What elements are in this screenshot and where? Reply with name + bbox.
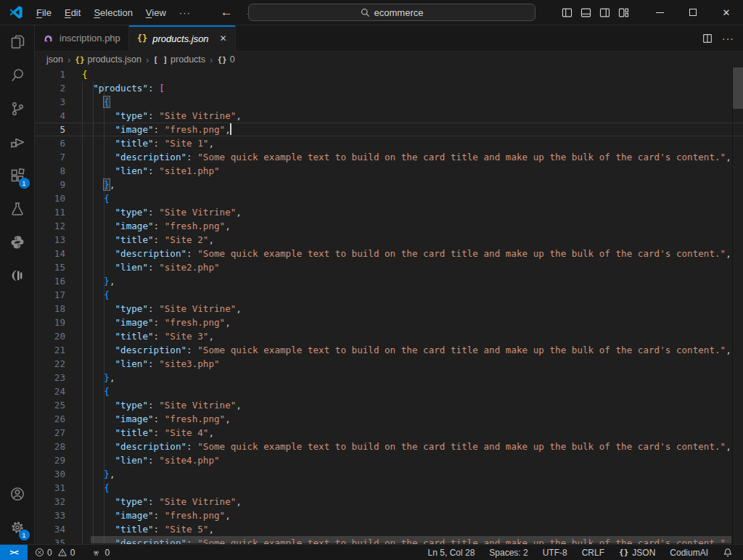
indentation-indicator[interactable]: Spaces: 2	[485, 545, 532, 560]
code-line[interactable]: 4 "type": "Site Vitrine",	[35, 109, 743, 123]
line-number[interactable]: 32	[35, 495, 65, 508]
menu-more-icon[interactable]: ···	[173, 4, 197, 21]
line-number[interactable]: 35	[35, 536, 65, 544]
tab-close-icon[interactable]: ✕	[220, 33, 227, 44]
explorer-icon[interactable]	[0, 25, 35, 59]
cursor-position-indicator[interactable]: Ln 5, Col 28	[424, 545, 480, 560]
settings-gear-icon[interactable]: 1	[0, 511, 35, 544]
code-line[interactable]: 30 },	[35, 467, 743, 481]
line-number[interactable]: 21	[35, 343, 65, 357]
code-editor[interactable]: 1{2 "products": [3 {4 "type": "Site Vitr…	[35, 67, 743, 544]
code-line[interactable]: 19 "image": "fresh.png",	[35, 316, 743, 329]
code-line[interactable]: 6 "title": "Site 1",	[35, 136, 743, 150]
code-line[interactable]: 32 "type": "Site Vitrine",	[35, 495, 743, 508]
line-number[interactable]: 28	[35, 440, 65, 453]
maximize-button[interactable]	[676, 0, 710, 25]
line-number[interactable]: 17	[35, 288, 65, 302]
code-line[interactable]: 25 "type": "Site Vitrine",	[35, 398, 743, 412]
code-line[interactable]: 21 "description": "Some quick example te…	[35, 343, 743, 357]
code-line[interactable]: 17 {	[35, 288, 743, 302]
code-line[interactable]: 10 {	[35, 192, 743, 205]
toggle-secondary-sidebar-icon[interactable]	[599, 7, 611, 19]
code-line[interactable]: 26 "image": "fresh.png",	[35, 412, 743, 426]
code-line[interactable]: 31 {	[35, 481, 743, 495]
language-mode-indicator[interactable]: {} JSON	[615, 545, 660, 560]
code-line[interactable]: 9 },	[35, 178, 743, 192]
line-number[interactable]: 6	[35, 136, 65, 150]
line-number[interactable]: 14	[35, 247, 65, 260]
line-number[interactable]: 33	[35, 508, 65, 522]
python-icon[interactable]	[0, 226, 35, 259]
menu-view[interactable]: View	[139, 4, 173, 21]
menu-file[interactable]: File	[30, 4, 58, 21]
menu-edit[interactable]: Edit	[58, 4, 87, 21]
encoding-indicator[interactable]: UTF-8	[538, 545, 572, 560]
accounts-icon[interactable]	[0, 477, 35, 511]
line-number[interactable]: 7	[35, 150, 65, 164]
line-number[interactable]: 12	[35, 219, 65, 233]
code-line[interactable]: 8 "lien": "site1.php"	[35, 164, 743, 178]
split-editor-icon[interactable]	[702, 33, 713, 44]
line-number[interactable]: 13	[35, 233, 65, 247]
code-line[interactable]: 7 "description": "Some quick example tex…	[35, 150, 743, 164]
line-number[interactable]: 29	[35, 453, 65, 467]
code-line[interactable]: 27 "title": "Site 4",	[35, 426, 743, 440]
navigate-back-icon[interactable]: ←	[221, 5, 233, 20]
codium-status-item[interactable]: CodiumAI	[665, 545, 713, 560]
code-line[interactable]: 20 "title": "Site 3",	[35, 329, 743, 343]
notifications-bell-icon[interactable]	[718, 545, 737, 560]
problems-indicator[interactable]: 0 0	[30, 545, 79, 560]
ports-indicator[interactable]: 0	[86, 545, 114, 560]
breadcrumb-file[interactable]: {} products.json	[75, 54, 141, 65]
line-number[interactable]: 3	[35, 95, 65, 109]
code-line[interactable]: 18 "type": "Site Vitrine",	[35, 302, 743, 316]
line-number[interactable]: 27	[35, 426, 65, 440]
line-number[interactable]: 20	[35, 329, 65, 343]
code-line[interactable]: 15 "lien": "site2.php"	[35, 260, 743, 274]
eol-indicator[interactable]: CRLF	[578, 545, 609, 560]
line-number[interactable]: 8	[35, 164, 65, 178]
command-center-search[interactable]: ecommerce	[248, 4, 535, 21]
code-line[interactable]: 34 "title": "Site 5",	[35, 522, 743, 536]
line-number[interactable]: 5	[35, 123, 65, 136]
menu-selection[interactable]: Selection	[87, 4, 139, 21]
breadcrumb-symbol-0[interactable]: {} 0	[217, 54, 234, 65]
code-line[interactable]: 14 "description": "Some quick example te…	[35, 247, 743, 260]
code-line[interactable]: 12 "image": "fresh.png",	[35, 219, 743, 233]
line-number[interactable]: 9	[35, 178, 65, 192]
line-number[interactable]: 11	[35, 205, 65, 219]
line-number[interactable]: 22	[35, 357, 65, 371]
line-number[interactable]: 26	[35, 412, 65, 426]
line-number[interactable]: 23	[35, 371, 65, 384]
testing-icon[interactable]	[0, 192, 35, 226]
line-number[interactable]: 10	[35, 192, 65, 205]
code-line[interactable]: 5 "image": "fresh.png",	[35, 123, 743, 136]
line-number[interactable]: 30	[35, 467, 65, 481]
horizontal-scrollbar[interactable]	[91, 536, 731, 543]
extensions-icon[interactable]: 1	[0, 159, 35, 192]
line-number[interactable]: 25	[35, 398, 65, 412]
line-number[interactable]: 19	[35, 316, 65, 329]
line-number[interactable]: 18	[35, 302, 65, 316]
line-number[interactable]: 2	[35, 81, 65, 95]
codium-extension-icon[interactable]	[0, 259, 35, 292]
code-line[interactable]: 23 },	[35, 371, 743, 384]
source-control-icon[interactable]	[0, 92, 35, 125]
breadcrumb-folder[interactable]: json	[46, 54, 63, 65]
line-number[interactable]: 15	[35, 260, 65, 274]
code-line[interactable]: 22 "lien": "site3.php"	[35, 357, 743, 371]
code-line[interactable]: 29 "lien": "site4.php"	[35, 453, 743, 467]
search-sidebar-icon[interactable]	[0, 59, 35, 92]
more-actions-icon[interactable]: ···	[722, 33, 734, 44]
breadcrumb-symbol-products[interactable]: [ ] products	[153, 54, 205, 65]
vertical-scrollbar[interactable]	[733, 67, 743, 109]
toggle-primary-sidebar-icon[interactable]	[561, 7, 573, 19]
line-number[interactable]: 4	[35, 109, 65, 123]
toggle-panel-icon[interactable]	[580, 7, 592, 19]
code-line[interactable]: 16 },	[35, 274, 743, 288]
code-line[interactable]: 24 {	[35, 384, 743, 398]
code-line[interactable]: 2 "products": [	[35, 81, 743, 95]
code-line[interactable]: 33 "image": "fresh.png",	[35, 508, 743, 522]
code-line[interactable]: 28 "description": "Some quick example te…	[35, 440, 743, 453]
line-number[interactable]: 24	[35, 384, 65, 398]
